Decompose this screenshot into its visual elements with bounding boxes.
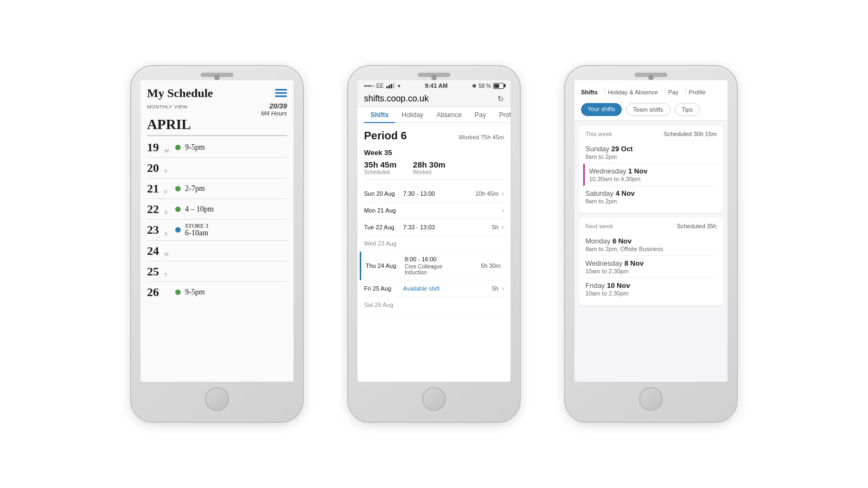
nav-tab-pay[interactable]: Pay [668,87,683,98]
shift-time: 9-5pm [185,288,205,297]
day-letter: T [164,272,171,278]
schedule-row-25: 25 T [147,261,287,282]
hours-label: M4 Hours [261,110,287,117]
app-tabs: Shifts Holiday Absence Pay Profile [358,107,510,123]
day-date: 4 Nov [616,189,635,197]
shift-row-fri[interactable]: Fri 25 Aug Available shift 5h › [364,280,504,297]
battery-icon [493,83,504,89]
phone-1-camera [214,75,220,80]
day-letter: F [164,189,171,195]
shift-time-label: 8am to 2pm [585,153,717,160]
day-num: 25 [147,265,164,279]
sub-tab-your-shifts[interactable]: Your shifts [581,103,622,116]
shift-day-label: Sunday 29 Oct [585,145,717,153]
shift-info: 8:00 - 16:00 Core ColleagueInduction [405,256,481,275]
shift-day-label: Saturday 4 Nov [585,189,717,197]
scheduled-label: Scheduled [364,169,397,175]
day-name: Friday [585,281,607,290]
shift-day-label: Wednesday 1 Nov [589,167,717,175]
nav-tab-profile[interactable]: Profile [688,87,710,98]
day-num: 24 [147,244,164,258]
shift-day: Sun 20 Aug [364,190,403,197]
phones-container: My Schedule Monthly View 20/39 M4 Hours … [0,0,868,488]
hours-info: 20/39 M4 Hours [261,102,287,117]
shift-time-label: 8am to 2pm [585,198,717,204]
shift-dot [175,290,181,295]
tab-profile[interactable]: Profile [493,107,510,123]
day-letter: S [164,231,171,236]
nav-divider: | [665,87,666,98]
shifts-header: Shifts | Holiday & Absence | Pay | Profi… [575,80,727,121]
shift-duration: 5h 30m [481,262,501,269]
status-bar: ••••○ EE ▾ 9:41 AM ✱ 58 % [358,80,510,91]
schedule-row-23: 23 S STORE 3 6-10am [147,220,287,241]
nav-divider: | [604,87,606,98]
day-letter: T [164,169,171,174]
tab-shifts[interactable]: Shifts [364,107,395,123]
refresh-icon[interactable]: ↻ [497,94,504,103]
this-week-card: This week Scheduled 30h 15m Sunday 29 Oc… [579,125,723,213]
shift-duration: 5h [492,285,499,292]
shift-time: 8:00 - 16:00 [405,256,481,262]
carrier-label: ••••○ EE [364,83,384,89]
phone-1-home-button[interactable] [205,387,229,411]
shift-item-monday: Monday 6 Nov 8am to 2pm, Offsite Busines… [585,234,717,256]
day-date: 8 Nov [624,259,643,267]
shift-time-label: 10am to 2.30pm [585,290,717,297]
menu-icon[interactable] [275,89,287,97]
day-num: 23 [147,223,164,237]
shift-day: Mon 21 Aug [364,207,403,214]
chevron-icon: › [502,207,504,214]
worked-label: Worked [413,169,445,175]
status-left: ••••○ EE ▾ [364,83,400,89]
tab-holiday[interactable]: Holiday [395,107,430,123]
shift-dot [175,145,181,150]
nav-tab-holiday-absence[interactable]: Holiday & Absence [608,87,662,98]
phone-1-screen: My Schedule Monthly View 20/39 M4 Hours … [141,80,293,382]
day-num: 26 [147,285,164,299]
period-header: Period 6 Worked 75h 45m [364,130,504,142]
shift-row-wed: Wed 23 Aug [364,236,504,252]
tab-pay[interactable]: Pay [468,107,493,123]
day-name: Wednesday [585,259,624,267]
shift-row-tue[interactable]: Tue 22 Aug 7:33 - 13:03 5h › [364,219,504,236]
day-letter: M [164,252,171,257]
schedule-row-26: 26 9-5pm [147,282,287,303]
shift-day: Tue 22 Aug [364,224,403,230]
next-week-card: Next week Scheduled 35h Monday 6 Nov 8am… [579,217,723,305]
next-week-header: Next week Scheduled 35h [585,223,717,229]
available-shift-label: Available shift [403,285,492,292]
shift-time-label: 10.30am to 4.30pm [589,176,717,182]
shifts-content: This week Scheduled 30h 15m Sunday 29 Oc… [575,121,727,382]
shift-dot [175,227,181,233]
sub-tab-tips[interactable]: Tips [675,103,700,116]
sketch-meta: Monthly View [147,104,188,110]
shift-duration: 5h [492,224,499,230]
shift-time-label: 10am to 2.30pm [585,268,717,274]
shift-time: 2-7pm [185,184,205,193]
store-label: STORE 3 [185,222,208,229]
phone-3-home-button[interactable] [639,387,663,411]
chevron-icon: › [502,285,504,292]
phone-2-home-button[interactable] [422,387,446,411]
phone-2-screen: ••••○ EE ▾ 9:41 AM ✱ 58 % [358,80,510,382]
shift-row-sat: Sat 26 Aug [364,297,504,313]
nav-tab-shifts[interactable]: Shifts [581,87,602,98]
day-letter: W [164,148,171,153]
sketch-header: My Schedule [147,87,287,100]
week-label: Week 35 [364,149,504,157]
status-right: ✱ 58 % [472,83,504,89]
sketch-month: APRIL [147,117,287,136]
shift-item-friday: Friday 10 Nov 10am to 2.30pm [585,278,717,300]
sub-tab-team-shifts[interactable]: Team shifts [626,103,671,116]
tab-absence[interactable]: Absence [430,107,468,123]
shift-row-sun[interactable]: Sun 20 Aug 7:30 - 13:00 10h 45m › [364,185,504,202]
chevron-icon: › [502,223,504,231]
shifts-app-screen: Shifts | Holiday & Absence | Pay | Profi… [575,80,727,382]
battery-pct-label: 58 % [478,83,491,89]
app-content: Period 6 Worked 75h 45m Week 35 35h 45m … [358,123,510,382]
shift-row-thu: Thu 24 Aug 8:00 - 16:00 Core ColleagueIn… [360,252,504,280]
shift-row-mon[interactable]: Mon 21 Aug › [364,202,504,219]
url-bar[interactable]: shifts.coop.co.uk ↻ [358,91,510,107]
shifts-sub-tabs: Your shifts Team shifts Tips [581,103,721,120]
